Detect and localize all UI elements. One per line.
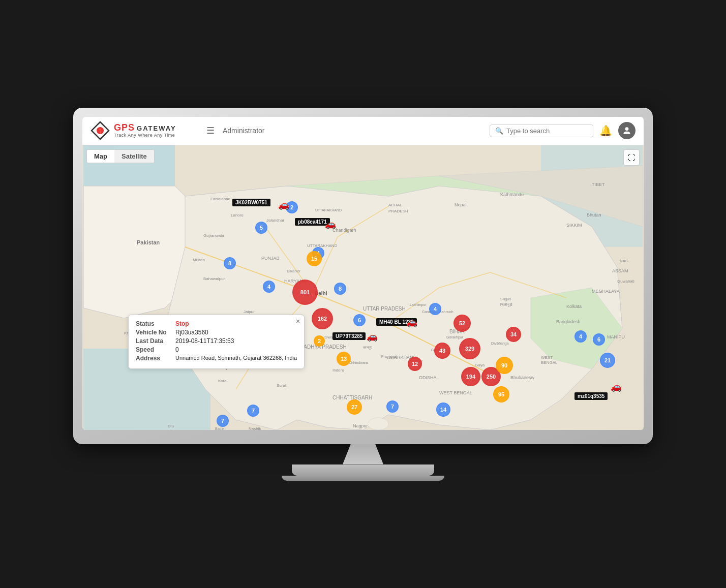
logo-gps: GPS	[114, 123, 135, 133]
svg-text:Gaya: Gaya	[475, 363, 485, 367]
svg-text:कानपुर: कानपुर	[362, 346, 372, 350]
cluster-blue-7b[interactable]: 7	[217, 415, 229, 427]
svg-text:MANIPU: MANIPU	[607, 334, 625, 339]
cluster-blue-8a[interactable]: 8	[224, 257, 236, 269]
cluster-orange-15[interactable]: 15	[307, 251, 322, 266]
popup-speed-label: Speed	[136, 346, 171, 353]
svg-text:Prayagraj: Prayagraj	[381, 355, 397, 359]
svg-text:Siliguri: Siliguri	[500, 297, 511, 301]
svg-text:Bahraich: Bahraich	[439, 310, 453, 314]
svg-text:Multan: Multan	[193, 258, 205, 262]
svg-text:Kota: Kota	[218, 379, 227, 383]
svg-text:TIBET: TIBET	[592, 182, 605, 187]
popup-address-label: Address	[136, 355, 171, 362]
cluster-red-329[interactable]: 329	[459, 338, 480, 359]
popup-speed-row: Speed 0	[136, 346, 297, 353]
vehicle-label-up79t3285[interactable]: UP79T3285	[332, 332, 366, 340]
svg-text:Nagpur: Nagpur	[353, 423, 368, 428]
cluster-orange-13[interactable]: 13	[337, 352, 351, 366]
popup-speed-value: 0	[175, 346, 179, 353]
cluster-red-43[interactable]: 43	[434, 343, 450, 359]
popup-lastdata-value: 2019-08-11T17:35:53	[175, 337, 234, 345]
svg-text:WEST: WEST	[541, 355, 553, 360]
popup-address-row: Address Unnamed Road, Somnath, Gujarat 3…	[136, 355, 297, 362]
svg-text:Nepal: Nepal	[455, 202, 467, 207]
cluster-red-34[interactable]: 34	[506, 327, 521, 342]
cluster-red-162[interactable]: 162	[312, 308, 333, 329]
svg-text:SIKKIM: SIKKIM	[566, 223, 582, 228]
popup-vehicle-value: Rj03ua3560	[175, 329, 208, 336]
popup-vehicle-label: Vehicle No	[136, 329, 171, 336]
popup-lastdata-row: Last Data 2019-08-11T17:35:53	[136, 337, 297, 345]
svg-text:MEGHALAYA: MEGHALAYA	[592, 289, 620, 294]
svg-text:PRADESH: PRADESH	[388, 209, 408, 213]
tab-satellite[interactable]: Satellite	[114, 150, 154, 163]
popup-lastdata-label: Last Data	[136, 337, 171, 345]
svg-text:ODISHA: ODISHA	[419, 375, 437, 380]
fullscreen-button[interactable]: ⛶	[623, 149, 640, 166]
popup-status-label: Status	[136, 320, 171, 327]
svg-text:Faisalabad: Faisalabad	[210, 197, 230, 201]
cluster-red-52[interactable]: 52	[453, 315, 471, 332]
cluster-red-12[interactable]: 12	[408, 357, 422, 371]
vehicle-label-jk02bw0751[interactable]: JK02BW0751	[232, 199, 270, 206]
svg-text:Lakhimpur: Lakhimpur	[410, 303, 427, 307]
popup-address-value: Unnamed Road, Somnath, Gujarat 362268, I…	[175, 355, 297, 362]
svg-text:Surat: Surat	[277, 383, 287, 388]
svg-text:Bangladesh: Bangladesh	[556, 319, 581, 324]
cluster-orange-27[interactable]: 27	[347, 399, 362, 415]
svg-text:ASSAM: ASSAM	[612, 268, 628, 273]
screen: 📍 GPS GATEWAY Track Any Where Any Time ☰…	[82, 117, 644, 430]
svg-text:Nashik: Nashik	[249, 426, 261, 430]
cluster-blue-6[interactable]: 6	[353, 314, 366, 326]
popup-close-button[interactable]: ×	[296, 317, 300, 325]
svg-point-8	[368, 418, 388, 430]
svg-text:WEST BENGAL: WEST BENGAL	[439, 390, 472, 395]
svg-text:ACHAL: ACHAL	[388, 203, 402, 207]
vehicle-label-mz01q3535[interactable]: mz01q3535	[574, 392, 608, 400]
user-avatar[interactable]	[618, 122, 636, 139]
cluster-blue-4c[interactable]: 4	[429, 303, 441, 315]
bell-icon[interactable]: 🔔	[599, 125, 612, 137]
svg-text:सिलीगुड़ी: सिलीगुड़ी	[500, 302, 512, 307]
search-input[interactable]	[506, 127, 588, 135]
cluster-blue-7a[interactable]: 7	[386, 400, 399, 413]
svg-text:UTTARAKHAND: UTTARAKHAND	[307, 243, 338, 248]
svg-text:Jalandhar: Jalandhar	[266, 218, 284, 223]
cluster-orange-2b[interactable]: 2	[314, 335, 325, 347]
svg-text:Kolkata: Kolkata	[566, 304, 582, 309]
monitor-neck	[343, 444, 383, 465]
svg-text:Bahawalpur: Bahawalpur	[203, 276, 225, 281]
svg-text:Lahore: Lahore	[231, 213, 244, 218]
cluster-blue-14[interactable]: 14	[436, 403, 450, 417]
cluster-orange-90[interactable]: 90	[496, 357, 513, 374]
tab-map[interactable]: Map	[87, 150, 114, 163]
cluster-blue-5[interactable]: 5	[255, 222, 267, 234]
car-pin-jk02bw0751: 🚗	[278, 199, 289, 210]
cluster-blue-7e[interactable]: 7	[247, 405, 259, 417]
cluster-orange-95[interactable]: 95	[493, 386, 509, 403]
svg-text:PUNJAB: PUNJAB	[261, 256, 280, 261]
popup-vehicle-row: Vehicle No Rj03ua3560	[136, 329, 297, 336]
monitor-base	[292, 465, 434, 476]
map-container[interactable]: Pakistan Gujarat RAJASTHAN HARYANA PUNJA…	[82, 145, 644, 430]
logo-text: GPS GATEWAY Track Any Where Any Time	[114, 123, 176, 138]
search-icon: 🔍	[495, 127, 503, 135]
header-right: 🔍 🔔	[490, 122, 636, 139]
cluster-blue-21[interactable]: 21	[600, 353, 615, 368]
svg-text:Darbhanga: Darbhanga	[491, 342, 509, 346]
cluster-blue-4d[interactable]: 4	[574, 330, 587, 343]
cluster-red-801[interactable]: 801	[292, 280, 318, 305]
logo-gateway: GATEWAY	[137, 125, 176, 132]
svg-text:UTTARAKHAND: UTTARAKHAND	[315, 208, 342, 212]
header: 📍 GPS GATEWAY Track Any Where Any Time ☰…	[82, 117, 644, 145]
cluster-blue-8b[interactable]: 8	[334, 283, 346, 295]
svg-text:BENGAL: BENGAL	[541, 360, 558, 365]
svg-text:NAG: NAG	[620, 259, 628, 263]
cluster-blue-6b[interactable]: 6	[593, 333, 605, 346]
cluster-red-194[interactable]: 194	[461, 367, 480, 386]
menu-icon[interactable]: ☰	[206, 125, 215, 136]
logo-icon: 📍	[90, 121, 110, 140]
search-box[interactable]: 🔍	[490, 125, 593, 137]
cluster-blue-4b[interactable]: 4	[263, 281, 275, 293]
